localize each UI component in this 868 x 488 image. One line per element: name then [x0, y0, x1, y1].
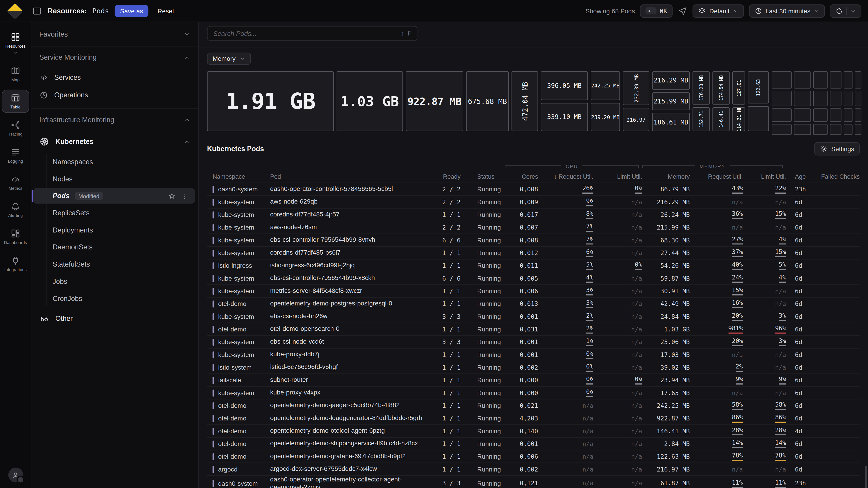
save-as-button[interactable]: Save as	[115, 5, 149, 17]
sidebar-item-deployments[interactable]: Deployments	[32, 221, 198, 238]
col-cores[interactable]: Cores	[505, 173, 538, 180]
sidebar-item-other[interactable]: Other	[32, 308, 198, 329]
treemap-cell[interactable]: 472.04 MB	[512, 71, 538, 131]
table-row[interactable]: otel-demoopentelemetry-demo-otelcol-agen…	[207, 425, 860, 437]
col-memory[interactable]: Memory	[642, 173, 690, 180]
treemap-cell[interactable]	[830, 108, 841, 122]
treemap-cell[interactable]: 1.03 GB	[337, 71, 403, 131]
table-row[interactable]: kube-systemcoredns-df77df485-4jr571 / 1R…	[207, 208, 860, 221]
treemap-cell[interactable]: 127.01	[733, 71, 745, 104]
treemap-cell[interactable]	[813, 91, 828, 106]
kebab-menu-icon[interactable]	[181, 192, 188, 199]
treemap-cell[interactable]	[855, 71, 861, 89]
table-row[interactable]: otel-demoopentelemetry-demo-jaeger-c5dc8…	[207, 399, 860, 412]
treemap-cell[interactable]	[772, 91, 792, 106]
treemap-cell[interactable]: 216.29 MB	[652, 71, 690, 90]
sidebar-item-pods[interactable]: PodsModified	[33, 188, 195, 204]
table-row[interactable]: kube-systemmetrics-server-84f5c48cf8-xwc…	[207, 285, 860, 297]
treemap-cell[interactable]: 1.91 GB	[207, 71, 334, 131]
rail-item-metrics[interactable]: Metrics	[2, 171, 29, 194]
dash0-logo[interactable]	[6, 2, 24, 20]
sidebar-item-statefulsets[interactable]: StatefulSets	[32, 256, 198, 273]
sidebar-item-kubernetes[interactable]: Kubernetes	[32, 131, 198, 152]
treemap-cell[interactable]: 339.10 MB	[541, 103, 588, 131]
search-input[interactable]	[213, 30, 400, 37]
treemap-cell[interactable]	[830, 124, 841, 135]
treemap-cell[interactable]: 396.05 MB	[541, 71, 588, 100]
sidebar-item-operations[interactable]: Operations	[32, 86, 198, 104]
sidebar-item-namespaces[interactable]: Namespaces	[32, 153, 198, 170]
table-row[interactable]: otel-demoopentelemetry-demo-grafana-697f…	[207, 450, 860, 463]
treemap-cell[interactable]	[855, 108, 861, 122]
treemap-cell[interactable]: 675.68 MB	[466, 71, 509, 131]
treemap-cell[interactable]	[748, 106, 769, 131]
send-icon[interactable]	[678, 6, 688, 16]
treemap-cell[interactable]	[844, 71, 852, 89]
treemap-cell[interactable]: 174.54 MB	[712, 71, 730, 104]
treemap-cell[interactable]: 239.20 MB	[591, 103, 620, 131]
col-namespace[interactable]: Namespace	[207, 173, 270, 180]
scrollbar[interactable]	[865, 466, 867, 488]
treemap-cell[interactable]	[794, 71, 811, 89]
rail-item-dashboards[interactable]: Dashboards	[2, 225, 29, 249]
treemap-cell[interactable]	[855, 124, 861, 135]
command-palette-button[interactable]: >_ ⌘K	[640, 4, 673, 18]
treemap-cell[interactable]	[794, 91, 811, 106]
table-row[interactable]: kube-systemaws-node-629qb2 / 2Running0,0…	[207, 196, 860, 208]
sidebar-item-replicasets[interactable]: ReplicaSets	[32, 204, 198, 221]
table-row[interactable]: otel-demoopentelemetry-demo-postgres-pos…	[207, 298, 860, 311]
col-mem-limit-util[interactable]: Limit Util.	[743, 173, 786, 180]
table-row[interactable]: otel-demoopentelemetry-demo-loadgenerato…	[207, 412, 860, 425]
user-avatar[interactable]	[8, 467, 23, 482]
col-cpu-request-util[interactable]: ↓ Request Util.	[538, 173, 593, 180]
table-row[interactable]: kube-systemkube-proxy-v4xpx1 / 1Running0…	[207, 387, 860, 399]
rail-item-integrations[interactable]: Integrations	[2, 252, 29, 275]
rail-item-table[interactable]: Table	[2, 90, 29, 113]
col-cpu-limit-util[interactable]: Limit Util.	[593, 173, 642, 180]
rail-item-logging[interactable]: Logging	[2, 144, 29, 167]
treemap-cell[interactable]: 232.39 MB	[623, 71, 649, 105]
treemap-cell[interactable]	[844, 108, 852, 122]
treemap-cell[interactable]	[813, 124, 828, 135]
table-row[interactable]: otel-demootel-demo-opensearch-01 / 1Runn…	[207, 323, 860, 336]
col-pod[interactable]: Pod	[270, 173, 436, 180]
treemap-cell[interactable]	[830, 91, 841, 106]
sidebar-item-nodes[interactable]: Nodes	[32, 170, 198, 188]
treemap-cell[interactable]	[855, 91, 861, 106]
treemap-cell[interactable]: 922.87 MB	[406, 71, 463, 131]
treemap-cell[interactable]	[844, 91, 852, 106]
treemap-cell[interactable]	[772, 124, 792, 135]
rail-item-resources[interactable]: Resources	[2, 29, 29, 59]
treemap-cell[interactable]	[813, 108, 828, 122]
treemap-cell[interactable]: 146.41	[712, 107, 730, 131]
treemap-cell[interactable]: 152.71	[692, 107, 710, 131]
table-row[interactable]: dash0-systemdash0-operator-controller-57…	[207, 183, 860, 196]
table-row[interactable]: istio-systemistiod-6c766c96fd-v5hgf1 / 1…	[207, 361, 860, 374]
table-row[interactable]: kube-systemcoredns-df77df485-ps6l71 / 1R…	[207, 247, 860, 259]
treemap-cell[interactable]	[830, 71, 841, 89]
table-row[interactable]: dash0-systemdash0-operator-opentelemetry…	[207, 476, 860, 488]
settings-button[interactable]: Settings	[815, 142, 860, 156]
sidebar-item-jobs[interactable]: Jobs	[32, 273, 198, 290]
rail-item-tracing[interactable]: Tracing	[2, 117, 29, 140]
favorites-section[interactable]: Favorites	[32, 22, 198, 46]
col-mem-request-util[interactable]: Request Util.	[690, 173, 743, 180]
table-row[interactable]: kube-systemkube-proxy-ddb7j1 / 1Running0…	[207, 349, 860, 361]
treemap-cell[interactable]: 216.97	[623, 108, 649, 131]
table-row[interactable]: kube-systemebs-csi-controller-7956544b99…	[207, 234, 860, 247]
treemap-cell[interactable]: 176.28 MB	[692, 71, 710, 104]
table-row[interactable]: kube-systemebs-csi-controller-7956544b99…	[207, 272, 860, 285]
treemap-cell[interactable]: 122.63	[748, 71, 769, 103]
rail-item-alerting[interactable]: Alerting	[2, 198, 29, 221]
sidebar-item-daemonsets[interactable]: DaemonSets	[32, 238, 198, 256]
sidebar-item-cronjobs[interactable]: CronJobs	[32, 290, 198, 307]
star-icon[interactable]	[168, 192, 176, 199]
table-row[interactable]: argocdargocd-dex-server-67555dddc7-x4lcw…	[207, 463, 860, 476]
rail-item-map[interactable]: Map	[2, 63, 29, 86]
time-range-dropdown[interactable]: Last 30 minutes	[749, 4, 825, 18]
col-status[interactable]: Status	[461, 173, 505, 180]
treemap-cell[interactable]: 215.99 MB	[652, 92, 690, 110]
treemap-cell[interactable]	[794, 124, 811, 135]
table-row[interactable]: kube-systemebs-csi-node-hn26w3 / 3Runnin…	[207, 311, 860, 323]
treemap-cell[interactable]	[794, 108, 811, 122]
